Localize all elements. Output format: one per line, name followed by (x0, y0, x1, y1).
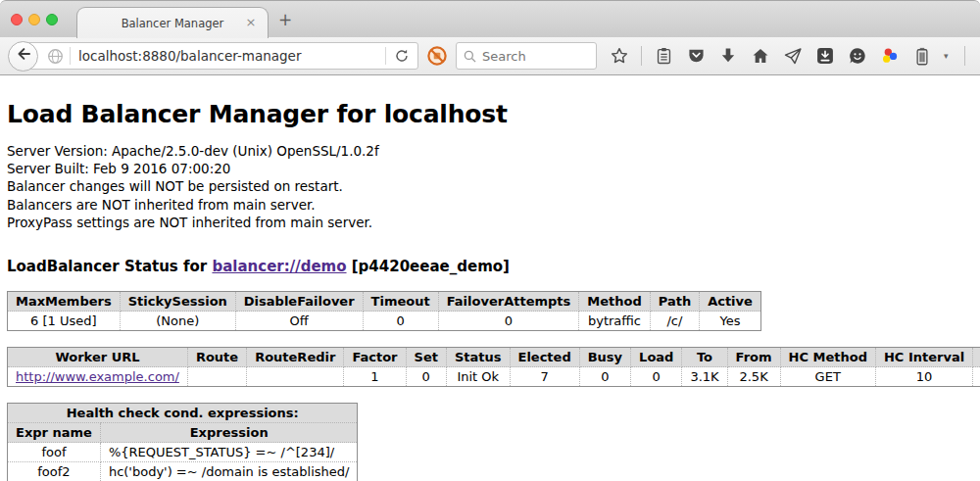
new-tab-button[interactable]: + (275, 10, 295, 29)
chat-smiley-icon[interactable] (847, 44, 868, 68)
failoverattempts-value: 0 (438, 312, 579, 331)
divider (964, 46, 965, 66)
status-heading-suffix: [p4420eeae_demo] (347, 258, 510, 275)
bookmark-star-icon[interactable] (609, 44, 630, 68)
col-worker-url: Worker URL (8, 348, 188, 367)
globe-icon (45, 48, 70, 65)
server-built-line: Server Built: Feb 9 2016 07:00:20 (7, 160, 980, 177)
server-info: Server Version: Apache/2.5.0-dev (Unix) … (7, 142, 980, 231)
tab-balancer-manager[interactable]: Balancer Manager × (76, 7, 269, 38)
worker-url-cell: http://www.example.com/ (8, 367, 188, 387)
reload-icon (394, 48, 410, 64)
url-input[interactable] (71, 48, 385, 64)
clipboard-icon[interactable] (653, 44, 674, 68)
colored-dots-icon[interactable] (879, 44, 901, 68)
hc-method-value: GET (780, 367, 875, 387)
worker-row: http://www.example.com/ 1 0 Init Ok 7 0 … (8, 367, 980, 387)
routeredir-value (247, 367, 344, 387)
browser-window: Balancer Manager × + (0, 0, 980, 481)
stickysession-value: (None) (120, 312, 235, 331)
busy-value: 0 (579, 367, 630, 387)
col-busy: Busy (579, 348, 630, 367)
expression-value: hc('body') =~ /domain is established/ (100, 462, 358, 481)
method-value: bytraffic (579, 312, 650, 331)
health-check-table: Health check cond. expressions: Expr nam… (7, 403, 358, 481)
col-path: Path (650, 292, 699, 312)
table-row: foof2 hc('body') =~ /domain is establish… (8, 462, 358, 481)
maxmembers-value: 6 [1 Used] (8, 312, 121, 331)
col-disablefailover: DisableFailover (235, 292, 363, 312)
zoom-window-button[interactable] (46, 14, 58, 25)
server-version-line: Server Version: Apache/2.5.0-dev (Unix) … (7, 142, 980, 160)
route-value (187, 367, 246, 387)
balancers-note-line: Balancers are NOT inherited from main se… (7, 196, 980, 214)
back-button[interactable] (8, 41, 38, 72)
titlebar: Balancer Manager × + (0, 0, 980, 37)
elected-value: 7 (510, 367, 579, 387)
worker-table: Worker URL Route RouteRedir Factor Set S… (7, 347, 980, 387)
search-bar[interactable] (456, 42, 597, 70)
worker-url-link[interactable]: http://www.example.com/ (16, 369, 179, 384)
col-hc-interval: HC Interval (875, 348, 972, 367)
col-maxmembers: MaxMembers (8, 292, 121, 312)
downloads-icon[interactable] (717, 44, 739, 68)
home-icon[interactable] (750, 44, 771, 68)
col-hc-method: HC Method (780, 348, 875, 367)
status-heading-prefix: LoadBalancer Status for (7, 258, 212, 275)
table-row: 6 [1 Used] (None) Off 0 0 bytraffic /c/ … (8, 312, 761, 331)
search-icon (463, 49, 477, 64)
chevron-down-icon[interactable]: ▾ (944, 51, 954, 61)
table-header-row: Worker URL Route RouteRedir Factor Set S… (8, 348, 980, 367)
passes-value: 1 (0) (973, 367, 980, 387)
search-input[interactable] (477, 49, 590, 64)
balancer-summary-table: MaxMembers StickySession DisableFailover… (7, 291, 761, 331)
reload-button[interactable] (386, 48, 417, 64)
disablefailover-value: Off (235, 312, 363, 331)
col-active: Active (700, 292, 761, 312)
page-content: Load Balancer Manager for localhost Serv… (0, 75, 980, 481)
expr-name-value: foof2 (8, 462, 101, 481)
load-value: 0 (631, 367, 682, 387)
timeout-value: 0 (363, 312, 438, 331)
balancer-demo-link[interactable]: balancer://demo (212, 258, 346, 275)
table-row: foof %{REQUEST_STATUS} =~ /^[234]/ (8, 443, 358, 462)
battery-container-icon[interactable] (911, 44, 933, 68)
persist-note-line: Balancer changes will NOT be persisted o… (7, 177, 980, 195)
status-value: Init Ok (446, 367, 510, 387)
arrow-left-icon (15, 45, 32, 67)
col-factor: Factor (344, 348, 406, 367)
col-route: Route (187, 348, 246, 367)
send-plane-icon[interactable] (782, 44, 804, 68)
pocket-icon[interactable] (685, 44, 707, 68)
table-header-row: MaxMembers StickySession DisableFailover… (8, 292, 761, 312)
col-timeout: Timeout (363, 292, 438, 312)
col-failoverattempts: FailoverAttempts (438, 292, 579, 312)
expression-value: %{REQUEST_STATUS} =~ /^[234]/ (100, 443, 358, 462)
hc-interval-value: 10 (875, 367, 972, 387)
col-expr-name: Expr name (8, 423, 101, 443)
plugin-blocked-icon[interactable] (426, 45, 448, 67)
col-from: From (727, 348, 780, 367)
path-value: /c/ (650, 312, 699, 331)
col-elected: Elected (510, 348, 579, 367)
set-value: 0 (406, 367, 446, 387)
close-tab-icon[interactable]: × (243, 15, 259, 30)
col-passes: Passes (973, 348, 980, 367)
menu-hamburger-icon[interactable] (976, 44, 980, 68)
col-to: To (682, 348, 727, 367)
col-load: Load (631, 348, 682, 367)
col-method: Method (579, 292, 650, 312)
tab-title: Balancer Manager (122, 17, 224, 30)
col-stickysession: StickySession (120, 292, 235, 312)
col-expression: Expression (100, 423, 358, 443)
video-download-icon[interactable] (814, 44, 836, 68)
expr-name-value: foof (8, 443, 101, 462)
col-set: Set (406, 348, 446, 367)
active-value: Yes (700, 312, 761, 331)
health-table-title: Health check cond. expressions: (8, 404, 358, 423)
toolbar-icons: ▾ (609, 44, 980, 68)
url-bar[interactable] (23, 42, 418, 70)
proxypass-note-line: ProxyPass settings are NOT inherited fro… (7, 214, 980, 231)
minimize-window-button[interactable] (28, 14, 40, 25)
close-window-button[interactable] (11, 14, 23, 25)
